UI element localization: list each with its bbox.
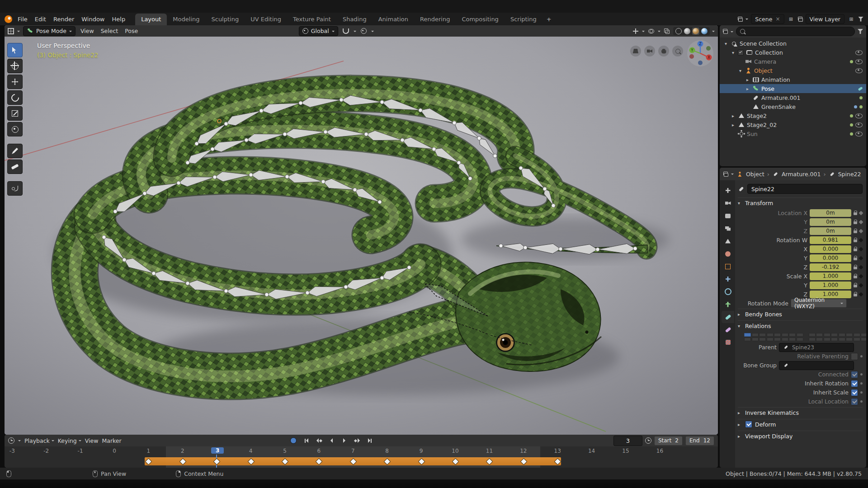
lock-icon[interactable] xyxy=(854,294,857,296)
scene-dropdown-caret[interactable] xyxy=(745,19,748,21)
ruler-label-15[interactable]: 15 xyxy=(617,448,635,454)
bone-layer-cell[interactable] xyxy=(839,333,845,337)
topbar-menu-file[interactable]: File xyxy=(18,16,28,23)
proportional-edit-toggle[interactable] xyxy=(359,27,368,36)
bone-layers-group-1[interactable] xyxy=(744,333,803,341)
zoom-button[interactable] xyxy=(672,46,683,56)
current-frame-field[interactable] xyxy=(613,436,642,446)
deform-checkbox[interactable] xyxy=(745,421,752,428)
expand-arrow[interactable]: ▸ xyxy=(731,122,736,127)
overlays-toggle[interactable] xyxy=(647,27,656,36)
outliner-row-camera[interactable]: Camera xyxy=(720,57,866,66)
bone-layer-cell[interactable] xyxy=(809,333,816,337)
pan-button[interactable] xyxy=(658,46,669,56)
properties-editor-icon[interactable] xyxy=(723,172,728,177)
ruler-label--2[interactable]: -2 xyxy=(37,448,55,454)
ruler-label-16[interactable]: 16 xyxy=(651,448,669,454)
bone-name-input[interactable] xyxy=(747,184,863,194)
shading-solid-button[interactable] xyxy=(684,28,691,35)
properties-tab-render[interactable] xyxy=(722,197,734,209)
transform-value-field[interactable]: 0.000 xyxy=(810,254,851,262)
lock-icon[interactable] xyxy=(854,249,857,251)
use-preview-range-icon[interactable] xyxy=(645,437,651,444)
relative-parenting-checkbox[interactable] xyxy=(851,353,858,360)
ruler-label--3[interactable]: -3 xyxy=(5,448,21,454)
shading-wireframe-button[interactable] xyxy=(675,28,682,35)
bone-layer-cell[interactable] xyxy=(831,333,838,337)
eye-icon[interactable] xyxy=(855,113,863,118)
collection-checkbox[interactable] xyxy=(738,50,744,56)
outliner-row-collection[interactable]: ▾Collection xyxy=(720,48,866,57)
bone-layer-cell[interactable] xyxy=(861,333,866,337)
properties-tab-modifiers[interactable] xyxy=(722,273,734,285)
ruler-label-8[interactable]: 8 xyxy=(378,448,396,454)
topbar-menu-render[interactable]: Render xyxy=(53,16,74,23)
tool-cursor[interactable] xyxy=(7,59,23,73)
outliner-search-input[interactable] xyxy=(748,28,851,35)
bone-layer-cell[interactable] xyxy=(767,338,774,341)
shading-material-button[interactable] xyxy=(692,28,699,35)
bone-layer-cell[interactable] xyxy=(797,333,803,337)
transform-value-field[interactable]: 1.000 xyxy=(810,282,851,289)
transform-value-field[interactable]: 1.000 xyxy=(810,272,851,280)
new-scene-button[interactable]: ⊞ xyxy=(787,15,795,23)
outliner-row-sun[interactable]: Sun xyxy=(720,129,866,138)
bone-layer-cell[interactable] xyxy=(839,338,845,341)
bone-group-dropdown[interactable] xyxy=(779,361,854,370)
properties-tab-scene[interactable] xyxy=(722,235,734,247)
bone-layer-cell[interactable] xyxy=(824,338,830,341)
workspace-tab-compositing[interactable]: Compositing xyxy=(456,14,505,25)
breadcrumb-bone[interactable]: Spine22 xyxy=(838,171,861,178)
section-inverse-kinematics[interactable]: ▸Inverse Kinematics xyxy=(738,407,863,418)
workspace-tab-texture-paint[interactable]: Texture Paint xyxy=(287,14,337,25)
timeline-editor-caret[interactable] xyxy=(18,440,21,443)
workspace-tab-uv-editing[interactable]: UV Editing xyxy=(245,14,287,25)
outliner-row-scene-collection[interactable]: ▾Scene Collection xyxy=(720,39,866,48)
ruler-label-1[interactable]: 1 xyxy=(139,448,157,454)
bone-layer-cell[interactable] xyxy=(861,338,866,341)
section-relations[interactable]: ▾Relations xyxy=(738,320,863,331)
expand-arrow[interactable]: ▾ xyxy=(738,68,743,73)
transform-value-field[interactable]: 0m xyxy=(810,227,851,235)
camera-view-button[interactable] xyxy=(644,46,655,56)
mode-selector[interactable]: Pose Mode xyxy=(23,26,75,36)
properties-tab-world[interactable] xyxy=(722,248,734,260)
transform-value-field[interactable]: 0m xyxy=(810,218,851,226)
tool-rotate[interactable] xyxy=(7,90,23,105)
keyframe-diamond-icon[interactable] xyxy=(859,265,863,269)
lock-icon[interactable] xyxy=(854,267,857,269)
section-bendy-bones[interactable]: ▸Bendy Bones xyxy=(738,309,863,319)
ortho-toggle-button[interactable] xyxy=(630,46,641,56)
3d-scene[interactable] xyxy=(5,37,718,435)
keyframe-diamond-icon[interactable] xyxy=(859,283,863,287)
timeline-editor-icon[interactable] xyxy=(8,437,14,444)
keyframe-diamond-icon[interactable] xyxy=(859,292,863,296)
workspace-tab-layout[interactable]: Layout xyxy=(135,14,167,25)
workspace-tab-modeling[interactable]: Modeling xyxy=(167,14,205,25)
properties-tab-bone[interactable] xyxy=(722,311,734,323)
breadcrumb-armature[interactable]: Armature.001 xyxy=(782,171,821,178)
ruler-label-10[interactable]: 10 xyxy=(446,448,464,454)
play-reverse-button[interactable] xyxy=(326,436,337,445)
menu-tl-view[interactable]: View xyxy=(85,437,99,444)
section-deform[interactable]: ▸ Deform xyxy=(738,419,863,430)
keyframe-diamond-icon[interactable] xyxy=(859,220,863,224)
properties-tab-object[interactable] xyxy=(722,260,734,272)
ruler-label-6[interactable]: 6 xyxy=(310,448,328,454)
expand-arrow[interactable]: ▾ xyxy=(731,50,736,55)
lock-icon[interactable] xyxy=(854,285,857,287)
keyframe-diamond-icon[interactable] xyxy=(859,211,863,215)
expand-arrow[interactable]: ▸ xyxy=(745,86,750,91)
scene-unlink-icon[interactable]: × xyxy=(775,16,780,22)
eye-icon[interactable] xyxy=(855,59,863,64)
bone-layer-cell[interactable] xyxy=(752,333,759,337)
bone-layer-cell[interactable] xyxy=(816,338,823,341)
bone-layer-cell[interactable] xyxy=(854,333,860,337)
bone-layer-cell[interactable] xyxy=(797,338,803,341)
tool-scale[interactable] xyxy=(7,106,23,121)
ruler-label-13[interactable]: 13 xyxy=(548,448,566,454)
ruler-label-14[interactable]: 14 xyxy=(583,448,601,454)
topbar-menu-window[interactable]: Window xyxy=(81,16,104,23)
bone-layer-cell[interactable] xyxy=(744,333,751,337)
end-frame-field[interactable]: End 12 xyxy=(685,436,714,446)
